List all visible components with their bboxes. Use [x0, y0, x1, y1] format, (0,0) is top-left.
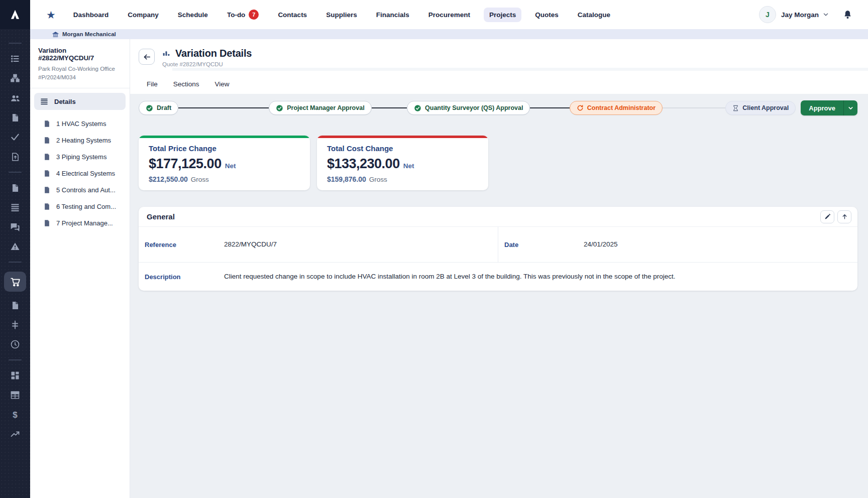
approve-dropdown-button[interactable] — [843, 100, 857, 115]
step-qs-approval[interactable]: Quantity Surveyor (QS) Approval — [407, 101, 530, 115]
file-upload-icon[interactable] — [4, 151, 26, 163]
check-circle-icon — [414, 104, 421, 112]
description-cell: Description Client requested change in s… — [139, 263, 857, 291]
sidebar-item-details[interactable]: Details — [34, 93, 126, 110]
pencil-icon — [824, 213, 831, 220]
bank-icon — [52, 31, 59, 38]
file-icon — [43, 153, 51, 161]
sidebar-section-4[interactable]: 4 Electrical Systems — [34, 165, 126, 182]
nav-schedule[interactable]: Schedule — [172, 8, 213, 22]
menu-view[interactable]: View — [214, 77, 231, 91]
sidebar-section-3[interactable]: 3 Piping Systems — [34, 149, 126, 165]
sidebar-divider — [30, 88, 130, 88]
nav-dashboard[interactable]: Dashboard — [68, 8, 115, 22]
nav-contacts[interactable]: Contacts — [272, 8, 312, 22]
details-lines-icon — [40, 97, 48, 105]
user-name[interactable]: Jay Morgan — [781, 11, 819, 19]
users-icon[interactable] — [4, 92, 26, 104]
table-icon[interactable] — [4, 389, 26, 401]
check-icon[interactable] — [4, 131, 26, 143]
step-project-manager-approval[interactable]: Project Manager Approval — [269, 101, 371, 115]
document-2-icon[interactable] — [4, 182, 26, 194]
net-value: $177,125.00 — [149, 156, 222, 172]
sidebar-section-7[interactable]: 7 Project Manage... — [34, 215, 126, 231]
step-draft[interactable]: Draft — [139, 101, 178, 115]
sidebar-section-5[interactable]: 5 Controls and Aut... — [34, 182, 126, 198]
app-logo[interactable] — [0, 0, 30, 29]
nav-quotes[interactable]: Quotes — [529, 8, 564, 22]
chat-icon[interactable] — [4, 221, 26, 233]
user-menu-chevron-icon[interactable] — [822, 11, 829, 18]
document-icon[interactable] — [4, 111, 26, 123]
rail-divider — [9, 359, 22, 360]
file-icon — [43, 203, 51, 210]
nav-company[interactable]: Company — [122, 8, 164, 22]
page-subtitle: Quote #2822/MYQCDU — [162, 61, 223, 67]
card-title: Total Price Change — [149, 144, 300, 153]
summary-cards: Total Price Change $177,125.00 Net $212,… — [139, 136, 857, 190]
step-client-approval[interactable]: Client Approval — [725, 101, 796, 115]
file-icon — [43, 120, 51, 128]
user-avatar[interactable]: J — [759, 6, 776, 23]
back-button[interactable] — [139, 49, 155, 65]
page-header: Variation Details Quote #2822/MYQCDU Fil… — [130, 39, 868, 94]
hourglass-icon — [732, 105, 739, 111]
approve-button[interactable]: Approve — [801, 100, 843, 115]
list-icon[interactable] — [4, 53, 26, 65]
description-value: Client requested change in scope to incl… — [224, 272, 676, 282]
general-section-title: General — [147, 212, 817, 221]
stepper-connector — [372, 107, 407, 108]
reference-value: 2822/MYQCDU/7 — [224, 239, 277, 250]
menu-sections[interactable]: Sections — [172, 77, 200, 91]
gross-label: Gross — [191, 176, 209, 183]
collapse-button[interactable] — [837, 210, 851, 223]
clock-icon[interactable] — [4, 338, 26, 350]
chevron-down-icon — [847, 105, 854, 111]
sidebar-section-1[interactable]: 1 HVAC Systems — [34, 115, 126, 132]
nav-catalogue[interactable]: Catalogue — [572, 8, 616, 22]
sidebar-section-2[interactable]: 2 Heating Systems — [34, 132, 126, 149]
step-contract-administrator[interactable]: Contract Administrator — [570, 101, 663, 115]
rail-divider — [9, 262, 22, 263]
card-title: Total Cost Change — [327, 144, 478, 153]
document-3-icon[interactable] — [4, 299, 26, 311]
net-label: Net — [403, 162, 414, 170]
nav-suppliers[interactable]: Suppliers — [320, 8, 363, 22]
file-icon — [43, 170, 51, 177]
logo-a-icon — [9, 8, 22, 21]
rows-icon[interactable] — [4, 201, 26, 213]
approval-stepper: Draft Project Manager Approval Quantity … — [139, 100, 857, 115]
arrow-up-icon — [841, 213, 848, 220]
favorites-star-icon[interactable]: ★ — [46, 10, 56, 20]
cart-icon[interactable] — [4, 272, 26, 292]
date-value: 24/01/2025 — [584, 239, 618, 250]
nav-projects[interactable]: Projects — [484, 8, 521, 22]
edit-button[interactable] — [820, 210, 834, 223]
context-sidebar: Variation #2822/MYQCDU/7 Park Royal Co-W… — [30, 39, 130, 498]
date-cell: Date 24/01/2025 — [498, 227, 857, 262]
bar-chart-icon — [162, 50, 170, 58]
dollar-icon[interactable]: $ — [4, 409, 26, 421]
trend-icon[interactable] — [4, 428, 26, 440]
warning-icon[interactable] — [4, 240, 26, 253]
dashboard-icon[interactable] — [4, 369, 26, 382]
gross-value: $159,876.00 — [327, 175, 366, 183]
organisation-bar[interactable]: Morgan Mechanical — [30, 29, 868, 39]
arrow-left-icon — [143, 53, 151, 61]
rail-divider — [9, 172, 22, 173]
net-label: Net — [225, 162, 236, 170]
icon-rail: $ — [0, 29, 30, 498]
sidebar-section-6[interactable]: 6 Testing and Com... — [34, 198, 126, 215]
adjustments-icon[interactable] — [4, 319, 26, 331]
file-icon — [43, 186, 51, 194]
gross-label: Gross — [369, 176, 387, 183]
total-price-change-card: Total Price Change $177,125.00 Net $212,… — [139, 136, 310, 190]
check-circle-icon — [276, 104, 283, 112]
menu-file[interactable]: File — [146, 77, 159, 91]
nav-todo[interactable]: To-do7 — [222, 6, 264, 23]
hierarchy-icon[interactable] — [4, 72, 26, 84]
nav-financials[interactable]: Financials — [371, 8, 415, 22]
reference-cell: Reference 2822/MYQCDU/7 — [139, 227, 498, 262]
notifications-bell-icon[interactable] — [842, 10, 853, 20]
nav-procurement[interactable]: Procurement — [423, 8, 476, 22]
